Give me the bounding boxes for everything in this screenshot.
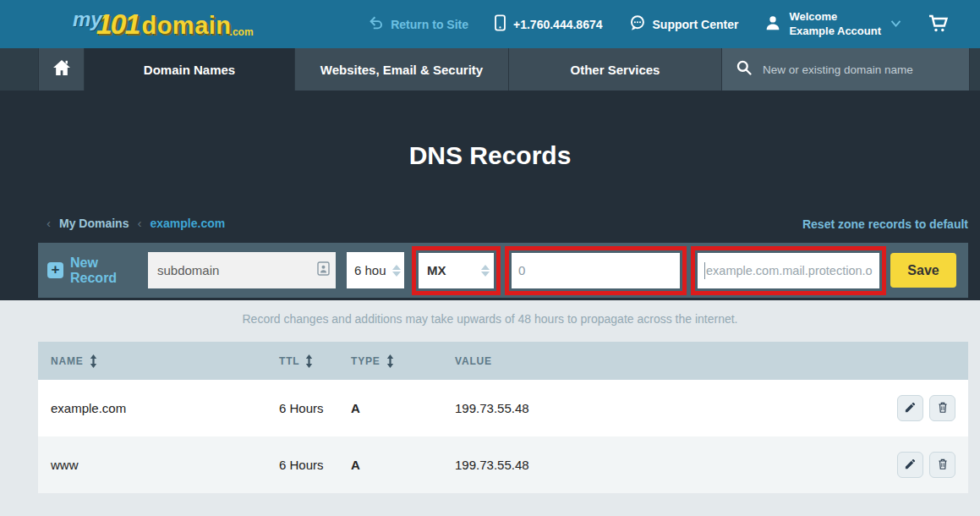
new-record-form: + New Record 6 hou MX (38, 243, 968, 298)
home-button[interactable] (38, 48, 84, 91)
record-type-value: MX (427, 263, 481, 277)
breadcrumb: ‹ My Domains ‹ example.com (47, 216, 225, 230)
delete-record-button[interactable] (929, 395, 955, 421)
subdomain-field-wrap (148, 252, 336, 288)
spinner-icon (481, 265, 490, 277)
site-logo[interactable]: my101domain.com (73, 8, 254, 41)
subdomain-input[interactable] (156, 262, 317, 278)
support-icon (628, 14, 646, 35)
logo-tld: .com (230, 26, 254, 38)
plus-icon: + (47, 262, 63, 278)
support-center-link[interactable]: Support Center (628, 14, 739, 35)
table-row: www 6 Hours A 199.73.55.48 (38, 436, 968, 493)
trash-icon (937, 401, 949, 416)
priority-field-wrap (512, 253, 680, 288)
type-highlight-box: MX (412, 246, 501, 295)
trash-icon (937, 458, 949, 473)
sort-icon[interactable] (305, 354, 313, 368)
cart-icon (928, 13, 950, 36)
logo-101: 101 (96, 8, 140, 41)
record-name: example.com (38, 401, 279, 415)
edit-record-button[interactable] (897, 452, 923, 478)
header-label: TYPE (351, 355, 381, 367)
nav-right-spacer (969, 48, 980, 91)
record-type: A (351, 458, 455, 472)
header-label: NAME (51, 355, 84, 367)
pencil-icon (904, 401, 917, 416)
spinner-icon (392, 265, 401, 277)
row-actions (867, 395, 968, 421)
home-icon (52, 59, 71, 80)
priority-highlight-box (505, 246, 687, 295)
value-highlight-box (691, 246, 886, 295)
record-type-select[interactable]: MX (419, 253, 494, 288)
sort-icon[interactable] (90, 354, 97, 368)
logo-my: my (73, 8, 102, 31)
edit-record-button[interactable] (897, 395, 923, 421)
header-type: TYPE (351, 354, 455, 368)
logo-domain: domain (141, 12, 231, 40)
person-icon (764, 14, 782, 35)
delete-record-button[interactable] (929, 452, 955, 478)
dns-records-table: NAME TTL TYPE VALUE example.com 6 Hours … (38, 342, 968, 493)
welcome-text: Welcome Example Account (789, 10, 881, 38)
row-actions (867, 452, 968, 478)
tab-label: Other Services (571, 63, 660, 77)
header-value: VALUE (455, 355, 867, 367)
header-ttl: TTL (279, 354, 351, 368)
table-header-row: NAME TTL TYPE VALUE (38, 342, 968, 380)
new-record-label: New Record (70, 255, 148, 286)
search-icon (736, 59, 753, 80)
sort-icon[interactable] (386, 354, 394, 368)
record-value: 199.73.55.48 (455, 401, 867, 415)
chevron-down-icon (890, 18, 902, 31)
header-name: NAME (38, 354, 279, 368)
record-type: A (351, 401, 455, 415)
topbar-actions: Return to Site +1.760.444.8674 Support C… (369, 10, 950, 38)
dns-hero-section: DNS Records ‹ My Domains ‹ example.com R… (0, 91, 980, 300)
ttl-value: 6 hou (354, 263, 392, 277)
breadcrumb-chevron-icon: ‹ (137, 216, 141, 230)
welcome-line1: Welcome (789, 10, 837, 23)
phone-icon (494, 14, 506, 34)
tab-label: Websites, Email & Security (320, 63, 483, 77)
welcome-line2: Example Account (789, 25, 881, 37)
record-ttl: 6 Hours (279, 401, 351, 415)
account-menu[interactable]: Welcome Example Account (764, 10, 902, 38)
ttl-select[interactable]: 6 hou (347, 252, 404, 288)
priority-input[interactable] (512, 263, 680, 277)
autofill-contact-icon[interactable] (317, 261, 330, 279)
record-value-input[interactable] (698, 264, 879, 277)
support-center-label: Support Center (653, 18, 739, 31)
domain-search-input[interactable] (761, 63, 955, 77)
return-to-site-link[interactable]: Return to Site (369, 15, 468, 33)
return-arrow-icon (369, 15, 384, 33)
top-bar: my101domain.com Return to Site +1.760.44… (0, 0, 980, 48)
pencil-icon (904, 458, 917, 473)
tab-domain-names[interactable]: Domain Names (84, 48, 294, 91)
header-label: VALUE (455, 355, 492, 367)
header-label: TTL (279, 355, 299, 367)
main-nav: Domain Names Websites, Email & Security … (0, 48, 980, 91)
new-record-button[interactable]: + New Record (38, 255, 148, 286)
tab-other-services[interactable]: Other Services (508, 48, 721, 91)
records-section: Record changes and additions may take up… (0, 300, 980, 516)
save-button[interactable]: Save (890, 253, 956, 288)
breadcrumb-my-domains[interactable]: My Domains (59, 217, 129, 230)
page-title: DNS Records (0, 141, 980, 170)
reset-zone-records-link[interactable]: Reset zone records to default (802, 217, 968, 231)
tab-websites-email-security[interactable]: Websites, Email & Security (294, 48, 508, 91)
table-row: example.com 6 Hours A 199.73.55.48 (38, 380, 968, 436)
breadcrumb-chevron-icon: ‹ (47, 216, 51, 230)
domain-search[interactable] (721, 48, 969, 91)
breadcrumb-example-com[interactable]: example.com (150, 217, 225, 230)
phone-number: +1.760.444.8674 (513, 18, 603, 31)
record-name: www (38, 458, 279, 472)
return-to-site-label: Return to Site (391, 18, 468, 31)
phone-link[interactable]: +1.760.444.8674 (494, 14, 603, 34)
cart-button[interactable] (928, 13, 950, 36)
record-value: 199.73.55.48 (455, 458, 867, 472)
value-field-wrap (698, 253, 879, 288)
nav-left-spacer (0, 48, 38, 91)
text-caret (704, 262, 705, 279)
